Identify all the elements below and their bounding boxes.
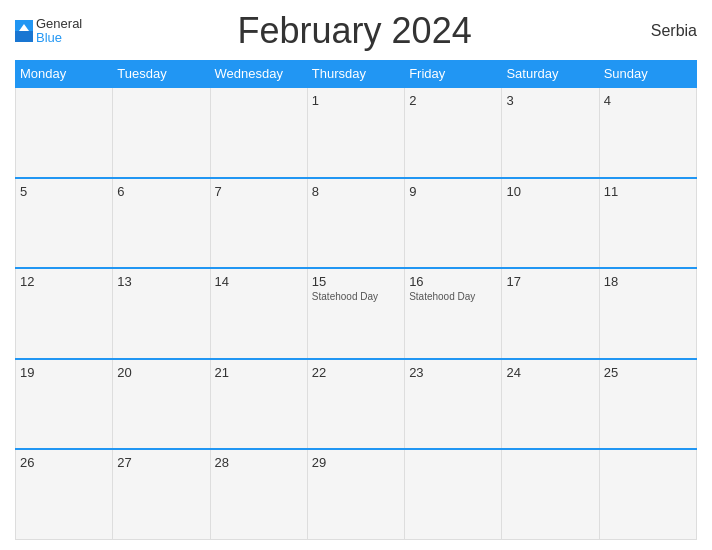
day-number: 23 [409,365,497,380]
day-number: 6 [117,184,205,199]
calendar-week-row-1: 1234 [16,87,697,178]
calendar-cell [599,449,696,540]
calendar-cell: 21 [210,359,307,450]
logo-general-text: General [36,17,82,31]
logo: General Blue [15,17,82,46]
day-number: 16 [409,274,497,289]
calendar-week-row-3: 12131415Statehood Day16Statehood Day1718 [16,268,697,359]
day-number: 25 [604,365,692,380]
weekday-header-wednesday: Wednesday [210,61,307,88]
day-number: 4 [604,93,692,108]
day-number: 24 [506,365,594,380]
day-number: 11 [604,184,692,199]
calendar-cell: 7 [210,178,307,269]
calendar-cell: 9 [405,178,502,269]
day-number: 9 [409,184,497,199]
calendar-cell: 26 [16,449,113,540]
weekday-header-monday: Monday [16,61,113,88]
day-number: 28 [215,455,303,470]
logo-text: General Blue [36,17,82,46]
day-number: 12 [20,274,108,289]
logo-blue-text: Blue [36,31,82,45]
calendar-cell: 22 [307,359,404,450]
day-number: 26 [20,455,108,470]
calendar-cell [210,87,307,178]
calendar-cell: 16Statehood Day [405,268,502,359]
calendar-cell: 18 [599,268,696,359]
country-label: Serbia [627,22,697,40]
calendar-cell: 12 [16,268,113,359]
day-number: 27 [117,455,205,470]
calendar-cell: 23 [405,359,502,450]
calendar-cell: 27 [113,449,210,540]
day-number: 14 [215,274,303,289]
holiday-name: Statehood Day [409,291,497,302]
calendar-cell: 5 [16,178,113,269]
day-number: 20 [117,365,205,380]
day-number: 3 [506,93,594,108]
calendar-title: February 2024 [82,10,627,52]
calendar-cell: 10 [502,178,599,269]
calendar-cell [405,449,502,540]
calendar-cell [16,87,113,178]
weekday-header-sunday: Sunday [599,61,696,88]
calendar-cell: 2 [405,87,502,178]
calendar-tbody: 123456789101112131415Statehood Day16Stat… [16,87,697,540]
calendar-cell: 6 [113,178,210,269]
day-number: 21 [215,365,303,380]
calendar-cell: 24 [502,359,599,450]
calendar-cell: 14 [210,268,307,359]
calendar-cell: 25 [599,359,696,450]
calendar-cell: 1 [307,87,404,178]
calendar-cell [113,87,210,178]
calendar-cell: 17 [502,268,599,359]
calendar-cell: 3 [502,87,599,178]
day-number: 15 [312,274,400,289]
weekday-header-row: MondayTuesdayWednesdayThursdayFridaySatu… [16,61,697,88]
holiday-name: Statehood Day [312,291,400,302]
day-number: 22 [312,365,400,380]
day-number: 29 [312,455,400,470]
calendar-wrapper: General Blue February 2024 Serbia Monday… [0,0,712,550]
calendar-cell: 13 [113,268,210,359]
calendar-thead: MondayTuesdayWednesdayThursdayFridaySatu… [16,61,697,88]
weekday-header-thursday: Thursday [307,61,404,88]
calendar-cell: 28 [210,449,307,540]
calendar-cell [502,449,599,540]
calendar-header: General Blue February 2024 Serbia [15,10,697,52]
day-number: 13 [117,274,205,289]
calendar-week-row-2: 567891011 [16,178,697,269]
day-number: 5 [20,184,108,199]
day-number: 7 [215,184,303,199]
calendar-cell: 11 [599,178,696,269]
calendar-cell: 29 [307,449,404,540]
logo-icon [15,20,33,42]
day-number: 1 [312,93,400,108]
calendar-cell: 4 [599,87,696,178]
day-number: 19 [20,365,108,380]
day-number: 2 [409,93,497,108]
calendar-cell: 8 [307,178,404,269]
weekday-header-tuesday: Tuesday [113,61,210,88]
day-number: 10 [506,184,594,199]
calendar-table: MondayTuesdayWednesdayThursdayFridaySatu… [15,60,697,540]
day-number: 18 [604,274,692,289]
calendar-cell: 15Statehood Day [307,268,404,359]
day-number: 17 [506,274,594,289]
weekday-header-saturday: Saturday [502,61,599,88]
weekday-header-friday: Friday [405,61,502,88]
calendar-cell: 19 [16,359,113,450]
day-number: 8 [312,184,400,199]
calendar-week-row-4: 19202122232425 [16,359,697,450]
calendar-week-row-5: 26272829 [16,449,697,540]
calendar-cell: 20 [113,359,210,450]
svg-rect-1 [15,31,33,42]
